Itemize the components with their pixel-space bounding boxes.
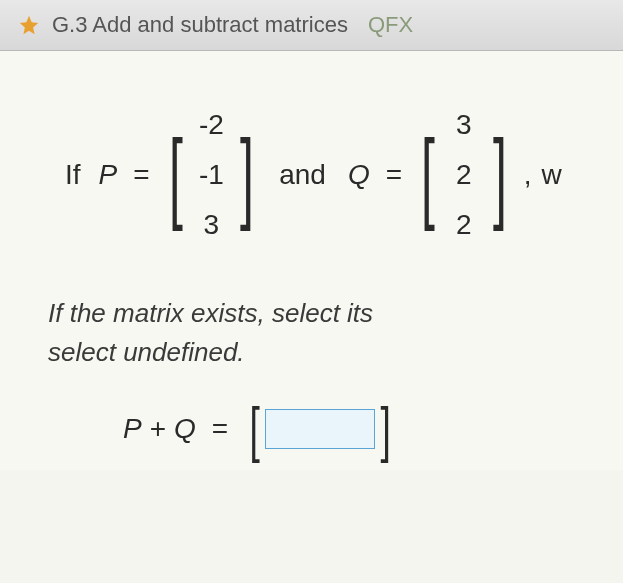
equals-sign: = [386,159,402,191]
answer-expression: P + Q = [ ] [115,407,593,450]
star-icon [18,14,40,36]
problem-statement: If P = [ -2 -1 3 ] and Q = [ 3 2 2 ] , w [65,101,593,249]
answer-input[interactable] [265,409,375,449]
matrix-q-cell: 3 [448,109,480,141]
problem-content: If P = [ -2 -1 3 ] and Q = [ 3 2 2 ] , w [0,51,623,470]
variable-q: Q [348,159,370,191]
if-label: If [65,159,81,191]
answer-matrix: [ ] [246,407,394,450]
plus-sign: + [150,413,166,445]
answer-var-q: Q [174,413,196,445]
variable-p: P [99,159,118,191]
answer-equals: = [212,413,228,445]
instruction-line: select undefined. [48,333,593,372]
matrix-p-cell: -1 [195,159,227,191]
right-bracket-icon: ] [381,407,391,450]
matrix-q-cell: 2 [448,209,480,241]
matrix-p-cell: 3 [195,209,227,241]
matrix-q-cell: 2 [448,159,480,191]
matrix-p: [ -2 -1 3 ] [162,101,262,249]
matrix-p-cell: -2 [195,109,227,141]
lesson-code: QFX [368,12,413,38]
matrix-q: [ 3 2 2 ] [414,101,514,249]
equals-sign: = [133,159,149,191]
left-bracket-icon: [ [250,407,260,450]
and-label: and [279,159,326,191]
left-bracket-icon: [ [421,140,435,210]
comma: , [524,159,532,191]
right-bracket-icon: ] [493,140,507,210]
instruction-text: If the matrix exists, select its select … [48,294,593,372]
instruction-line: If the matrix exists, select its [48,294,593,333]
matrix-p-column: -2 -1 3 [189,101,233,249]
lesson-header: G.3 Add and subtract matrices QFX [0,0,623,51]
lesson-title: G.3 Add and subtract matrices [52,12,348,38]
trailing-text: w [541,159,561,191]
matrix-q-column: 3 2 2 [442,101,486,249]
right-bracket-icon: ] [240,140,254,210]
left-bracket-icon: [ [169,140,183,210]
answer-var-p: P [123,413,142,445]
